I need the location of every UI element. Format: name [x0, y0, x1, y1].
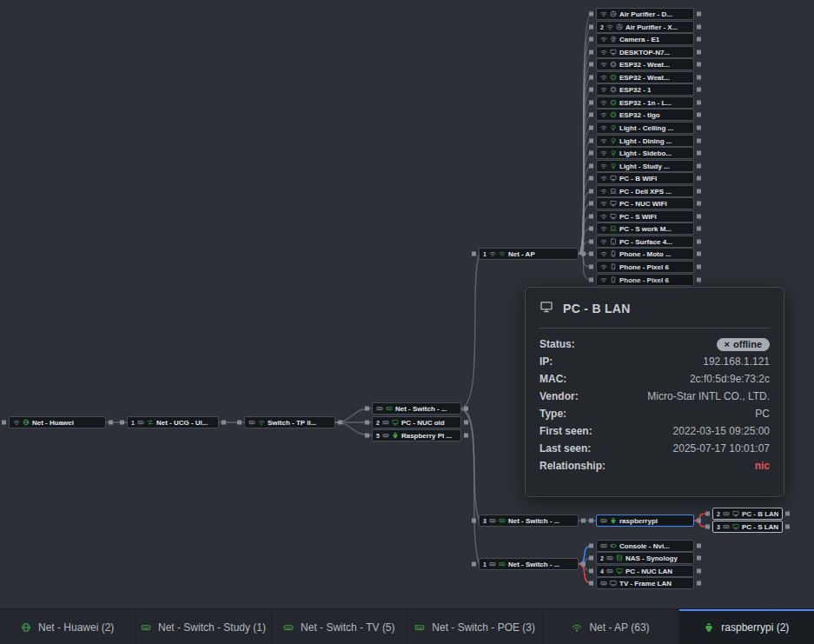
node-light-ceiling[interactable]: Light - Ceiling ...: [596, 122, 694, 134]
node-label: NAS - Synology: [625, 554, 678, 562]
node-air-purifier-x[interactable]: 2Air Purifier - X...: [596, 21, 694, 33]
node-net-ucg-ul[interactable]: 1Net - UCG - Ul...: [127, 416, 219, 428]
node-tv-frame-lan[interactable]: TV - Frame LAN: [596, 577, 694, 589]
node-port-left: [589, 101, 593, 105]
node-port-right: [697, 37, 701, 42]
node-desktop-n7[interactable]: DESKTOP-N7...: [596, 46, 694, 58]
node-esp32-weat[interactable]: ESP32 - Weat...: [596, 71, 694, 83]
popup-field-status: Status:×offline: [539, 335, 770, 353]
node-esp32-1[interactable]: ESP32 - 1: [596, 83, 694, 96]
fan-icon: [610, 10, 617, 17]
switch-icon: [376, 405, 383, 412]
node-port-right: [581, 562, 586, 567]
wifi-icon: [600, 111, 607, 118]
node-nas-synology[interactable]: 2NAS - Synology: [596, 552, 694, 564]
node-raspberry-pi[interactable]: 5Raspberry PI ...: [372, 429, 461, 442]
node-port-left: [589, 151, 593, 156]
node-console-nvi[interactable]: Console - Nvi...: [596, 540, 694, 552]
node-label: Light - Dining ...: [619, 137, 672, 145]
node-pc-surface-4[interactable]: PC - Surface 4...: [596, 236, 694, 248]
node-phone-pixel-6[interactable]: Phone - Pixel 6: [596, 261, 694, 273]
node-raspberrypi[interactable]: raspberrypi: [596, 515, 694, 527]
node-pc-dell-xps[interactable]: PC - Dell XPS ...: [596, 185, 694, 197]
node-pc-nuc-old[interactable]: 2PC - NUC old: [372, 416, 461, 428]
wifi-icon: [600, 61, 607, 68]
node-port-left: [589, 240, 593, 244]
node-camera-e1[interactable]: Camera - E1: [596, 33, 694, 45]
node-light-study[interactable]: Light - Study ...: [596, 160, 694, 172]
node-label: PC - S WIFI: [619, 213, 657, 221]
node-net-switch[interactable]: 1Net - Switch - ...: [479, 558, 579, 570]
node-label: DESKTOP-N7...: [619, 49, 670, 56]
switch-icon: [386, 405, 393, 412]
node-phone-pixel-6[interactable]: Phone - Pixel 6: [596, 274, 694, 286]
node-port-left: [589, 189, 593, 194]
node-net-switch[interactable]: Net - Switch - ...: [372, 402, 461, 415]
tab-net-ap-63[interactable]: Net - AP (63): [543, 609, 678, 644]
tab-net-switch-tv-5[interactable]: Net - Switch - TV (5): [272, 609, 407, 644]
node-label: ESP32 - tlgo: [619, 111, 660, 119]
bulb-icon: [610, 137, 617, 144]
field-label: Type:: [539, 408, 566, 420]
laptop-icon: [610, 225, 617, 232]
node-air-purifier-d[interactable]: Air Purifier - D...: [596, 8, 694, 20]
tab-net-switch-study-1[interactable]: Net - Switch - Study (1): [136, 609, 271, 644]
port-number-badge: 1: [483, 251, 486, 257]
node-port-left: [589, 569, 593, 574]
node-net-ap[interactable]: 1Net - AP: [479, 248, 579, 260]
popup-header: PC - B LAN: [539, 300, 770, 317]
server-icon: [616, 554, 623, 561]
wifi-icon: [600, 175, 607, 182]
wifi-icon: [600, 163, 607, 169]
node-phone-moto[interactable]: Phone - Moto ...: [596, 248, 694, 260]
field-value: nic: [755, 460, 770, 472]
wifi-icon: [600, 36, 607, 43]
node-net-huawei[interactable]: Net - Huawei: [9, 416, 106, 428]
tab-net-huawei-2[interactable]: Net - Huawei (2): [0, 609, 136, 644]
node-light-sidebo[interactable]: Light - Sidebo...: [596, 147, 694, 159]
field-label: IP:: [539, 355, 553, 368]
port-number-badge: 1: [483, 561, 486, 568]
switch-icon: [499, 561, 506, 568]
node-esp32-1n-l[interactable]: ESP32 - 1n - L...: [596, 96, 694, 109]
node-pc-nuc-lan[interactable]: 4PC - NUC LAN: [596, 565, 694, 577]
wifi-icon: [600, 188, 607, 195]
switch-icon: [283, 622, 294, 633]
tab-label: Net - Switch - POE (3): [432, 621, 535, 634]
device-tabbar: Net - Huawei (2)Net - Switch - Study (1)…: [0, 608, 814, 644]
node-esp32-tlgo[interactable]: ESP32 - tlgo: [596, 109, 694, 121]
node-label: PC - NUC WIFI: [619, 200, 667, 208]
tab-net-switch-poe-3[interactable]: Net - Switch - POE (3): [407, 609, 543, 644]
node-pc-nuc-wifi[interactable]: PC - NUC WIFI: [596, 197, 694, 209]
node-pc-b-lan[interactable]: 2PC - B LAN: [712, 508, 783, 520]
port-number-badge: 1: [131, 420, 135, 426]
wifi-icon: [600, 10, 607, 17]
field-label: Status:: [539, 338, 575, 350]
switch-icon: [382, 432, 389, 439]
switch-icon: [382, 419, 389, 426]
node-esp32-weat[interactable]: ESP32 - Weat...: [596, 58, 694, 70]
berry-icon: [704, 622, 714, 633]
switch-icon: [248, 419, 255, 426]
node-switch-tp-li[interactable]: Switch - TP li...: [244, 416, 335, 428]
node-light-dining[interactable]: Light - Dining ...: [596, 135, 694, 147]
node-net-switch[interactable]: 3Net - Switch - ...: [479, 515, 579, 527]
node-port-left: [589, 12, 593, 17]
tab-raspberrypi-2[interactable]: raspberrypi (2): [679, 609, 814, 644]
node-pc-s-work-m[interactable]: PC - S work M...: [596, 222, 694, 235]
node-port-right: [697, 189, 701, 194]
node-port-right: [785, 525, 790, 529]
node-label: Net - Switch - ...: [508, 517, 560, 525]
field-label: MAC:: [539, 373, 566, 385]
x-icon: ×: [725, 339, 730, 349]
node-label: Air Purifier - X...: [625, 23, 678, 31]
node-port-right: [697, 25, 701, 30]
node-pc-s-lan[interactable]: 3PC - S LAN: [712, 521, 783, 533]
switch-icon: [141, 622, 151, 633]
node-port-left: [589, 252, 593, 256]
node-port-left: [589, 50, 593, 55]
node-pc-s-wifi[interactable]: PC - S WIFI: [596, 210, 694, 222]
switch-icon: [489, 561, 496, 568]
node-pc-b-wifi[interactable]: PC - B WIFI: [596, 172, 694, 184]
node-port-right: [581, 252, 586, 256]
